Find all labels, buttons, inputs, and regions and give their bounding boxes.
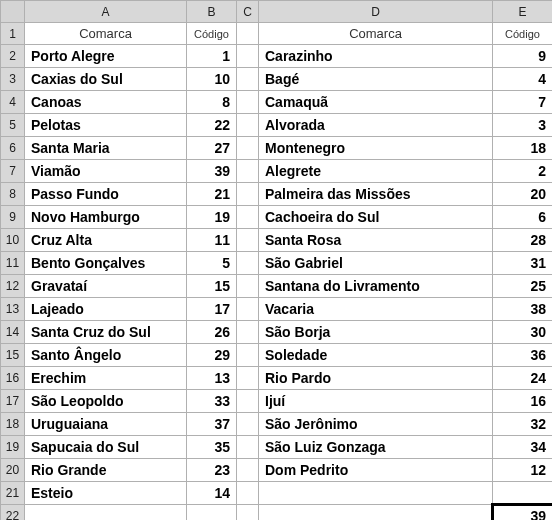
cell[interactable]: Ijuí — [259, 390, 493, 413]
cell[interactable]: Código — [187, 23, 237, 45]
cell[interactable]: Código — [493, 23, 553, 45]
cell[interactable] — [237, 275, 259, 298]
row-header[interactable]: 8 — [1, 183, 25, 206]
cell[interactable]: Alvorada — [259, 114, 493, 137]
row-header[interactable]: 4 — [1, 91, 25, 114]
cell[interactable]: 35 — [187, 436, 237, 459]
row-header[interactable]: 6 — [1, 137, 25, 160]
cell[interactable]: São Leopoldo — [25, 390, 187, 413]
cell[interactable]: Alegrete — [259, 160, 493, 183]
cell[interactable]: 37 — [187, 413, 237, 436]
cell[interactable]: 39 — [187, 160, 237, 183]
row-header[interactable]: 21 — [1, 482, 25, 505]
cell[interactable]: Rio Grande — [25, 459, 187, 482]
row-header[interactable]: 9 — [1, 206, 25, 229]
cell[interactable]: Novo Hamburgo — [25, 206, 187, 229]
cell[interactable] — [237, 137, 259, 160]
cell[interactable]: 18 — [493, 137, 553, 160]
cell[interactable]: Canoas — [25, 91, 187, 114]
cell[interactable]: Comarca — [259, 23, 493, 45]
spreadsheet-grid[interactable]: A B C D E 1ComarcaCódigoComarcaCódigo2Po… — [0, 0, 552, 520]
cell[interactable]: 23 — [187, 459, 237, 482]
cell[interactable]: Esteio — [25, 482, 187, 505]
cell[interactable]: 27 — [187, 137, 237, 160]
row-header[interactable]: 12 — [1, 275, 25, 298]
cell[interactable] — [237, 114, 259, 137]
cell[interactable]: Bento Gonçalves — [25, 252, 187, 275]
cell[interactable]: 13 — [187, 367, 237, 390]
cell[interactable]: 28 — [493, 229, 553, 252]
cell[interactable]: 31 — [493, 252, 553, 275]
cell[interactable]: 7 — [493, 91, 553, 114]
cell[interactable]: 38 — [493, 298, 553, 321]
cell[interactable]: 5 — [187, 252, 237, 275]
cell[interactable]: Lajeado — [25, 298, 187, 321]
cell[interactable]: Caxias do Sul — [25, 68, 187, 91]
cell[interactable]: Dom Pedrito — [259, 459, 493, 482]
cell[interactable] — [237, 68, 259, 91]
row-header[interactable]: 10 — [1, 229, 25, 252]
cell[interactable]: Comarca — [25, 23, 187, 45]
cell[interactable] — [237, 390, 259, 413]
cell[interactable]: Santo Ângelo — [25, 344, 187, 367]
cell[interactable]: 36 — [493, 344, 553, 367]
cell[interactable]: 14 — [187, 482, 237, 505]
cell[interactable]: 29 — [187, 344, 237, 367]
select-all-corner[interactable] — [1, 1, 25, 23]
cell[interactable] — [237, 91, 259, 114]
cell[interactable]: 33 — [187, 390, 237, 413]
cell[interactable]: Soledade — [259, 344, 493, 367]
cell[interactable]: 30 — [493, 321, 553, 344]
cell[interactable]: 1 — [187, 45, 237, 68]
cell[interactable]: 22 — [187, 114, 237, 137]
row-header[interactable]: 19 — [1, 436, 25, 459]
col-header-A[interactable]: A — [25, 1, 187, 23]
cell[interactable]: Palmeira das Missões — [259, 183, 493, 206]
cell[interactable]: 32 — [493, 413, 553, 436]
cell[interactable]: 4 — [493, 68, 553, 91]
col-header-C[interactable]: C — [237, 1, 259, 23]
cell[interactable]: São Luiz Gonzaga — [259, 436, 493, 459]
row-header[interactable]: 5 — [1, 114, 25, 137]
cell[interactable]: 15 — [187, 275, 237, 298]
row-header[interactable]: 16 — [1, 367, 25, 390]
cell[interactable] — [237, 160, 259, 183]
cell[interactable]: 24 — [493, 367, 553, 390]
row-header[interactable]: 18 — [1, 413, 25, 436]
cell[interactable] — [237, 482, 259, 505]
row-header[interactable]: 1 — [1, 23, 25, 45]
cell[interactable] — [237, 413, 259, 436]
row-header[interactable]: 14 — [1, 321, 25, 344]
row-header[interactable]: 3 — [1, 68, 25, 91]
cell[interactable]: Sapucaia do Sul — [25, 436, 187, 459]
cell[interactable]: Erechim — [25, 367, 187, 390]
cell[interactable]: 2 — [493, 160, 553, 183]
cell[interactable]: 11 — [187, 229, 237, 252]
cell[interactable]: Camaquã — [259, 91, 493, 114]
cell[interactable]: 26 — [187, 321, 237, 344]
cell[interactable]: 16 — [493, 390, 553, 413]
cell[interactable] — [237, 436, 259, 459]
cell[interactable] — [259, 505, 493, 521]
cell[interactable]: Vacaria — [259, 298, 493, 321]
cell[interactable]: Bagé — [259, 68, 493, 91]
cell[interactable]: 8 — [187, 91, 237, 114]
cell[interactable]: Cachoeira do Sul — [259, 206, 493, 229]
cell[interactable] — [237, 23, 259, 45]
row-header[interactable]: 17 — [1, 390, 25, 413]
cell[interactable]: 3 — [493, 114, 553, 137]
cell[interactable]: Gravataí — [25, 275, 187, 298]
cell[interactable]: 9 — [493, 45, 553, 68]
row-header[interactable]: 20 — [1, 459, 25, 482]
cell[interactable]: Santa Rosa — [259, 229, 493, 252]
cell[interactable]: Santana do Livramento — [259, 275, 493, 298]
cell[interactable]: 25 — [493, 275, 553, 298]
cell[interactable] — [237, 459, 259, 482]
cell[interactable]: Porto Alegre — [25, 45, 187, 68]
cell[interactable] — [237, 367, 259, 390]
cell[interactable]: Rio Pardo — [259, 367, 493, 390]
cell[interactable]: Carazinho — [259, 45, 493, 68]
cell[interactable] — [237, 252, 259, 275]
row-header[interactable]: 7 — [1, 160, 25, 183]
cell[interactable] — [237, 344, 259, 367]
